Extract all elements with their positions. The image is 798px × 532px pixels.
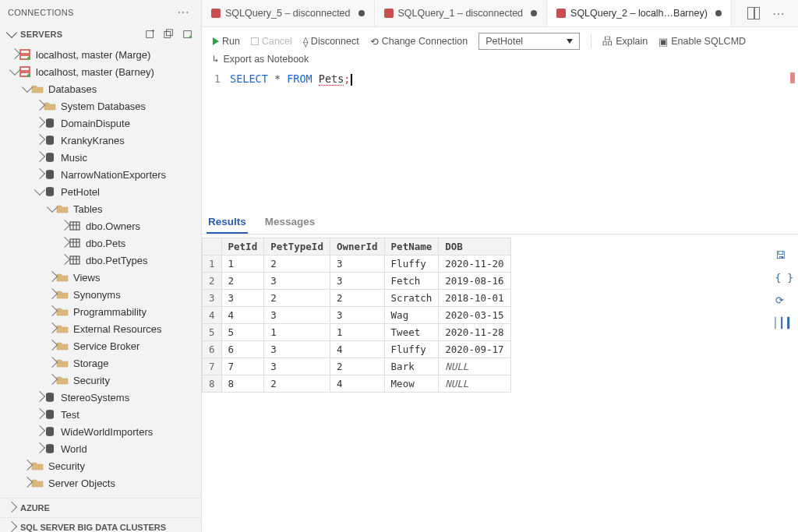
save-json-icon[interactable]: { } (775, 272, 793, 284)
cell[interactable]: 8 (221, 375, 264, 393)
cell[interactable]: NULL (439, 358, 510, 375)
table-row[interactable]: 7732BarkNULL (203, 358, 511, 375)
cell[interactable]: NULL (439, 375, 510, 393)
server-folder[interactable]: Security (0, 457, 201, 474)
database-node[interactable]: KrankyKranes (0, 132, 201, 149)
refresh-results-icon[interactable]: ⟳ (775, 294, 793, 306)
cell[interactable]: 4 (221, 307, 264, 324)
cell[interactable]: 2 (330, 358, 384, 375)
cell[interactable]: 6 (221, 341, 264, 358)
column-header[interactable]: PetTypeId (264, 238, 330, 255)
code-area[interactable]: SELECT * FROM Pets; (230, 72, 798, 202)
tab-results[interactable]: Results (207, 210, 248, 234)
connections-menu-icon[interactable]: ⋯ (174, 5, 193, 19)
database-node[interactable]: NarrowNationExporters (0, 166, 201, 183)
database-node[interactable]: System Databases (0, 97, 201, 115)
cell[interactable]: 3 (264, 273, 330, 290)
cell[interactable]: 3 (221, 290, 264, 307)
servers-header[interactable]: SERVERS (0, 24, 201, 44)
table-node[interactable]: dbo.PetTypes (0, 252, 201, 269)
table-row[interactable]: 2233Fetch2019-08-16 (203, 273, 511, 290)
database-node-pethotel[interactable]: PetHotel (0, 183, 201, 200)
tables-folder[interactable]: Tables (0, 200, 201, 217)
cell[interactable]: 2020-11-28 (439, 324, 510, 341)
chart-icon[interactable]: ▏▎▍ (775, 317, 793, 329)
database-node[interactable]: Test (0, 406, 201, 423)
tab-messages[interactable]: Messages (263, 210, 317, 234)
cell[interactable]: Tweet (384, 324, 439, 341)
cell[interactable]: 2020-03-15 (439, 307, 510, 324)
cell[interactable]: 4 (330, 375, 384, 393)
cell[interactable]: Wag (384, 307, 439, 324)
db-folder[interactable]: Synonyms (0, 286, 201, 303)
database-node[interactable]: WideWorldImporters (0, 423, 201, 440)
enable-sqlcmd-button[interactable]: ▣Enable SQLCMD (659, 36, 746, 48)
db-folder[interactable]: Service Broker (0, 337, 201, 354)
server-folder[interactable]: Server Objects (0, 474, 201, 491)
refresh-servers-icon[interactable] (182, 29, 193, 40)
split-editor-icon[interactable] (747, 7, 760, 19)
editor-tab[interactable]: SQLQuery_5 – disconnected (202, 0, 375, 26)
export-notebook-button[interactable]: ↳ Export as Notebook (202, 51, 798, 69)
cell[interactable]: Bark (384, 358, 439, 375)
cell[interactable]: 2 (221, 273, 264, 290)
column-header[interactable]: DOB (439, 238, 510, 255)
cell[interactable]: 3 (330, 255, 384, 273)
explain-button[interactable]: 品Explain (602, 35, 648, 48)
cell[interactable]: 3 (264, 341, 330, 358)
bigdata-section[interactable]: SQL SERVER BIG DATA CLUSTERS (0, 517, 201, 532)
cell[interactable]: 1 (221, 255, 264, 273)
cell[interactable]: Meow (384, 375, 439, 393)
change-connection-button[interactable]: ⟲Change Connection (370, 36, 468, 48)
results-grid[interactable]: PetIdPetTypeIdOwnerIdPetNameDOB1123Fluff… (202, 238, 511, 393)
cell[interactable]: Fetch (384, 273, 439, 290)
azure-section[interactable]: AZURE (0, 498, 201, 517)
table-row[interactable]: 5511Tweet2020-11-28 (203, 324, 511, 341)
cell[interactable]: 2019-08-16 (439, 273, 510, 290)
new-connection-icon[interactable] (145, 29, 156, 40)
database-node[interactable]: World (0, 440, 201, 457)
editor-tab[interactable]: SQLQuery_1 – disconnected (375, 0, 548, 26)
cell[interactable]: Scratch (384, 290, 439, 307)
cell[interactable]: 2 (264, 255, 330, 273)
cell[interactable]: 5 (221, 324, 264, 341)
cell[interactable]: 7 (221, 358, 264, 375)
database-select[interactable]: PetHotel (478, 33, 580, 50)
save-csv-icon[interactable]: 🖫 (775, 249, 793, 261)
cell[interactable]: Fluffy (384, 255, 439, 273)
sql-editor[interactable]: 1 SELECT * FROM Pets; (202, 69, 798, 210)
editor-tab[interactable]: SQLQuery_2 – localh…Barney) (547, 0, 732, 26)
cell[interactable]: 2018-10-01 (439, 290, 510, 307)
column-header[interactable]: PetId (221, 238, 264, 255)
databases-folder[interactable]: Databases (0, 80, 201, 97)
cell[interactable]: 1 (330, 324, 384, 341)
cell[interactable]: 3 (330, 273, 384, 290)
cell[interactable]: 2 (264, 375, 330, 393)
cell[interactable]: 3 (264, 307, 330, 324)
cell[interactable]: 2020-11-20 (439, 255, 510, 273)
database-node[interactable]: StereoSystems (0, 389, 201, 406)
connections-header[interactable]: CONNECTIONS ⋯ (0, 0, 201, 24)
db-folder[interactable]: Security (0, 372, 201, 389)
table-row[interactable]: 8824MeowNULL (203, 375, 511, 393)
db-folder[interactable]: External Resources (0, 320, 201, 337)
server-node-barney[interactable]: localhost, master (Barney) (0, 63, 201, 80)
table-row[interactable]: 6634Fluffy2020-09-17 (203, 341, 511, 358)
db-folder[interactable]: Storage (0, 354, 201, 372)
table-row[interactable]: 1123Fluffy2020-11-20 (203, 255, 511, 273)
table-row[interactable]: 4433Wag2020-03-15 (203, 307, 511, 324)
db-folder[interactable]: Programmability (0, 303, 201, 320)
cell[interactable]: 2 (264, 290, 330, 307)
cell[interactable]: 2 (330, 290, 384, 307)
server-node-marge[interactable]: localhost, master (Marge) (0, 46, 201, 63)
cell[interactable]: Fluffy (384, 341, 439, 358)
database-node[interactable]: Music (0, 149, 201, 166)
column-header[interactable]: OwnerId (330, 238, 384, 255)
new-group-icon[interactable] (164, 29, 175, 40)
tab-overflow-icon[interactable]: ⋯ (769, 6, 789, 21)
cell[interactable]: 3 (330, 307, 384, 324)
cell[interactable]: 4 (330, 341, 384, 358)
table-node[interactable]: dbo.Owners (0, 217, 201, 234)
run-button[interactable]: Run (213, 36, 240, 47)
table-node[interactable]: dbo.Pets (0, 234, 201, 252)
